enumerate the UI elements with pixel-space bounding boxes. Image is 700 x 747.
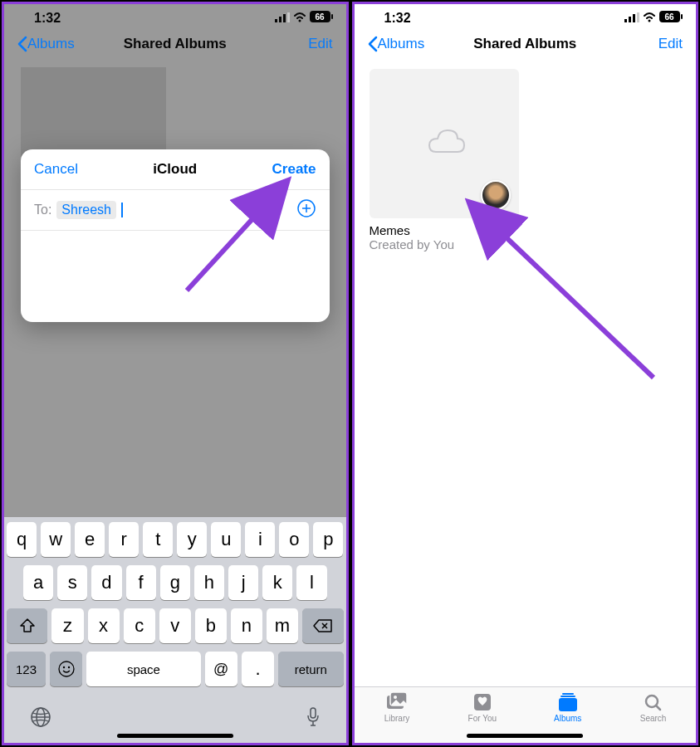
tab-label: Library: [384, 714, 410, 723]
svg-rect-2: [283, 14, 286, 22]
shift-key[interactable]: [7, 608, 48, 643]
modal-title: iCloud: [153, 161, 197, 178]
screen-left: 1:32 66 Albums Shared Albums Edit Cancel…: [2, 2, 349, 745]
tab-library[interactable]: Library: [355, 692, 440, 723]
modal-header: Cancel iCloud Create: [21, 149, 330, 190]
svg-point-21: [649, 20, 651, 22]
space-key[interactable]: space: [86, 652, 200, 686]
svg-rect-30: [562, 693, 574, 695]
tab-search[interactable]: Search: [610, 692, 696, 723]
emoji-key[interactable]: [50, 652, 82, 686]
key-v[interactable]: v: [159, 608, 191, 643]
key-b[interactable]: b: [195, 608, 227, 643]
tab-albums[interactable]: Albums: [525, 692, 610, 723]
edit-button[interactable]: Edit: [308, 36, 332, 52]
cancel-button[interactable]: Cancel: [34, 161, 78, 178]
tab-label: For You: [468, 714, 497, 723]
delete-key[interactable]: [302, 608, 344, 643]
svg-text:66: 66: [315, 12, 325, 22]
key-s[interactable]: s: [57, 565, 87, 600]
svg-rect-32: [559, 698, 577, 711]
key-g[interactable]: g: [160, 565, 190, 600]
status-bar: 1:32 66: [355, 4, 697, 29]
svg-point-12: [67, 666, 69, 668]
svg-point-11: [62, 666, 64, 668]
modal-body: [21, 231, 330, 322]
key-o[interactable]: o: [279, 522, 309, 557]
svg-point-28: [394, 696, 397, 699]
add-contact-button[interactable]: [296, 198, 316, 222]
at-key[interactable]: @: [205, 652, 237, 686]
key-m[interactable]: m: [267, 608, 298, 643]
key-e[interactable]: e: [75, 522, 105, 557]
keyboard: qwertyuiop asdfghjkl zxcvbnm 123 space @…: [4, 517, 346, 743]
numbers-key[interactable]: 123: [7, 652, 46, 686]
nav-title: Shared Albums: [473, 36, 576, 52]
key-f[interactable]: f: [126, 565, 156, 600]
svg-rect-0: [275, 19, 277, 22]
chevron-left-icon: [17, 36, 27, 52]
icloud-modal: Cancel iCloud Create To: Shreesh: [21, 149, 330, 322]
back-button[interactable]: Albums: [17, 36, 75, 52]
svg-line-34: [656, 706, 660, 710]
dot-key[interactable]: .: [242, 652, 274, 686]
key-y[interactable]: y: [177, 522, 207, 557]
nav-bar: Albums Shared Albums Edit: [4, 29, 346, 59]
album-subtitle: Created by You: [370, 237, 519, 251]
wifi-icon: [293, 11, 306, 26]
svg-rect-6: [331, 14, 333, 19]
svg-rect-3: [287, 12, 290, 22]
svg-rect-31: [560, 696, 575, 697]
create-button[interactable]: Create: [272, 161, 316, 178]
album-thumbnail: [370, 69, 519, 218]
key-p[interactable]: p: [313, 522, 343, 557]
battery-icon: 66: [310, 11, 333, 26]
key-u[interactable]: u: [211, 522, 241, 557]
status-icons: 66: [624, 11, 683, 26]
to-field[interactable]: To: Shreesh: [21, 190, 330, 231]
search-icon: [642, 692, 665, 712]
key-l[interactable]: l: [296, 565, 326, 600]
key-n[interactable]: n: [231, 608, 262, 643]
status-bar: 1:32 66: [4, 4, 346, 29]
svg-point-10: [59, 662, 74, 676]
emoji-icon: [57, 660, 76, 678]
albums-icon: [556, 692, 580, 712]
back-button[interactable]: Albums: [368, 36, 425, 52]
text-cursor: [121, 203, 123, 217]
svg-rect-16: [311, 708, 316, 718]
plus-circle-icon: [296, 198, 316, 218]
foryou-icon: [471, 692, 494, 712]
battery-icon: 66: [659, 11, 683, 26]
svg-point-4: [298, 20, 301, 22]
key-r[interactable]: r: [109, 522, 139, 557]
edit-button[interactable]: Edit: [658, 36, 683, 52]
globe-key[interactable]: [30, 706, 51, 731]
key-d[interactable]: d: [91, 565, 121, 600]
tab-label: Search: [640, 714, 667, 723]
tab-label: Albums: [554, 714, 581, 723]
chevron-left-icon: [368, 36, 378, 52]
key-a[interactable]: a: [23, 565, 53, 600]
key-w[interactable]: w: [41, 522, 71, 557]
home-indicator: [117, 734, 233, 738]
nav-bar: Albums Shared Albums Edit: [355, 29, 697, 59]
dictation-key[interactable]: [306, 706, 321, 731]
key-j[interactable]: j: [228, 565, 258, 600]
svg-rect-18: [629, 17, 631, 22]
shift-icon: [19, 618, 36, 633]
return-key[interactable]: return: [278, 652, 343, 686]
key-t[interactable]: t: [143, 522, 173, 557]
recipient-token[interactable]: Shreesh: [56, 201, 116, 219]
home-indicator: [467, 734, 583, 738]
tab-foryou[interactable]: For You: [439, 692, 525, 723]
key-q[interactable]: q: [7, 522, 37, 557]
shared-album-card[interactable]: Memes Created by You: [370, 69, 519, 251]
key-h[interactable]: h: [194, 565, 224, 600]
key-k[interactable]: k: [262, 565, 292, 600]
key-x[interactable]: x: [88, 608, 120, 643]
key-z[interactable]: z: [51, 608, 83, 643]
key-i[interactable]: i: [245, 522, 275, 557]
svg-rect-1: [279, 17, 281, 22]
key-c[interactable]: c: [124, 608, 155, 643]
